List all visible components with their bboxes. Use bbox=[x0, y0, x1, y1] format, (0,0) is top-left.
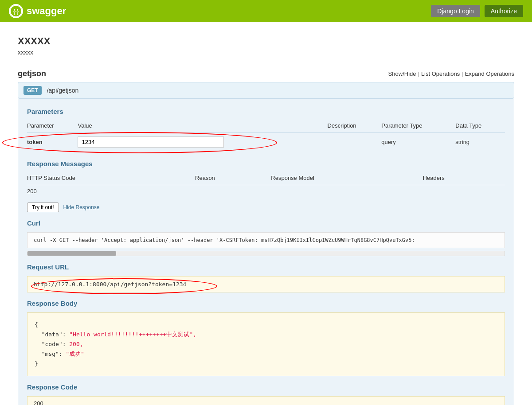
param-type: query bbox=[381, 133, 455, 152]
curl-scrollbar[interactable] bbox=[27, 251, 505, 256]
api-section: getjson Show/Hide | List Operations | Ex… bbox=[18, 69, 514, 405]
resp-header-model: Response Model bbox=[271, 173, 422, 185]
param-name-token: token bbox=[27, 139, 43, 145]
json-msg-value: "成功" bbox=[66, 350, 84, 357]
request-url-box: http://127.0.0.1:8000/api/getjson?token=… bbox=[27, 276, 505, 292]
swagger-icon: {·} bbox=[9, 4, 23, 18]
json-data-value: "Hello world!!!!!!!!++++++++中文测试", bbox=[69, 331, 196, 338]
response-body-box: { "data": "Hello world!!!!!!!!++++++++中文… bbox=[27, 312, 505, 376]
method-badge: GET bbox=[23, 86, 42, 95]
request-url-title: Request URL bbox=[27, 263, 505, 271]
response-code-title: Response Code bbox=[27, 383, 505, 391]
table-row: 200 bbox=[27, 185, 505, 198]
resp-headers bbox=[423, 185, 505, 198]
json-msg-line: "msg": "成功" bbox=[35, 349, 497, 359]
response-messages-title: Response Messages bbox=[27, 160, 505, 167]
json-code-line: "code": 200, bbox=[35, 339, 497, 349]
show-hide-link[interactable]: Show/Hide bbox=[388, 70, 416, 77]
api-path: /api/getjson bbox=[47, 87, 79, 94]
json-msg-key: "msg" bbox=[42, 350, 59, 357]
json-close: } bbox=[35, 359, 497, 369]
api-title: XXXXX bbox=[18, 35, 514, 47]
curl-command-text: curl -X GET --header 'Accept: applicatio… bbox=[34, 237, 415, 243]
curl-title: Curl bbox=[27, 219, 505, 227]
response-code-value: 200 bbox=[34, 400, 43, 405]
param-datatype: string bbox=[455, 133, 505, 152]
response-code-box: 200 bbox=[27, 396, 505, 405]
token-input[interactable] bbox=[78, 136, 224, 148]
logo: {·} swagger bbox=[9, 4, 66, 18]
curl-command-box: curl -X GET --header 'Accept: applicatio… bbox=[27, 232, 505, 248]
resp-model bbox=[271, 185, 422, 198]
api-description: xxxxx bbox=[18, 49, 514, 56]
list-operations-link[interactable]: List Operations bbox=[421, 70, 460, 77]
api-section-name: getjson bbox=[18, 69, 46, 78]
json-data-line: "data": "Hello world!!!!!!!!++++++++中文测试… bbox=[35, 330, 497, 339]
json-code-value: 200, bbox=[69, 341, 83, 347]
header-buttons: Django Login Authorize bbox=[431, 5, 523, 17]
resp-header-status: HTTP Status Code bbox=[27, 173, 195, 185]
param-header-value: Value bbox=[78, 121, 327, 133]
param-header-parameter: Parameter bbox=[27, 121, 78, 133]
resp-reason bbox=[195, 185, 271, 198]
parameters-title: Parameters bbox=[27, 108, 505, 115]
json-code-key: "code" bbox=[42, 341, 63, 347]
get-bar: GET /api/getjson bbox=[18, 82, 514, 99]
param-row-container: token bbox=[27, 139, 74, 145]
try-hide-row: Try it out! Hide Response bbox=[27, 202, 505, 212]
divider2: | bbox=[462, 70, 463, 77]
authorize-button[interactable]: Authorize bbox=[485, 5, 523, 17]
param-header-description: Description bbox=[328, 121, 382, 133]
param-header-type: Parameter Type bbox=[381, 121, 455, 133]
url-oval-container: http://127.0.0.1:8000/api/getjson?token=… bbox=[34, 281, 186, 288]
try-it-out-button[interactable]: Try it out! bbox=[27, 202, 59, 212]
parameters-table: Parameter Value Description Parameter Ty… bbox=[27, 121, 505, 151]
main-content: XXXXX xxxxx getjson Show/Hide | List Ope… bbox=[0, 22, 532, 405]
table-row: token query string bbox=[27, 133, 505, 152]
resp-header-headers: Headers bbox=[423, 173, 505, 185]
expand-operations-link[interactable]: Expand Operations bbox=[465, 70, 514, 77]
request-url-text: http://127.0.0.1:8000/api/getjson?token=… bbox=[34, 281, 186, 288]
header: {·} swagger Django Login Authorize bbox=[0, 0, 532, 22]
param-header-datatype: Data Type bbox=[455, 121, 505, 133]
content-box: Parameters Parameter Value Description P… bbox=[18, 99, 514, 405]
swagger-logo-text: swagger bbox=[27, 5, 66, 17]
param-description bbox=[328, 133, 382, 152]
svg-text:{·}: {·} bbox=[13, 8, 19, 15]
response-body-title: Response Body bbox=[27, 300, 505, 307]
resp-header-reason: Reason bbox=[195, 173, 271, 185]
api-section-links: Show/Hide | List Operations | Expand Ope… bbox=[388, 70, 514, 77]
json-data-key: "data" bbox=[42, 331, 63, 338]
resp-status-code: 200 bbox=[27, 185, 195, 198]
hide-response-link[interactable]: Hide Response bbox=[63, 204, 99, 210]
django-login-button[interactable]: Django Login bbox=[431, 5, 480, 17]
divider1: | bbox=[418, 70, 419, 77]
json-open: { bbox=[35, 320, 497, 330]
api-section-header: getjson Show/Hide | List Operations | Ex… bbox=[18, 69, 514, 78]
curl-scrollbar-thumb bbox=[27, 251, 116, 256]
response-table: HTTP Status Code Reason Response Model H… bbox=[27, 173, 505, 197]
